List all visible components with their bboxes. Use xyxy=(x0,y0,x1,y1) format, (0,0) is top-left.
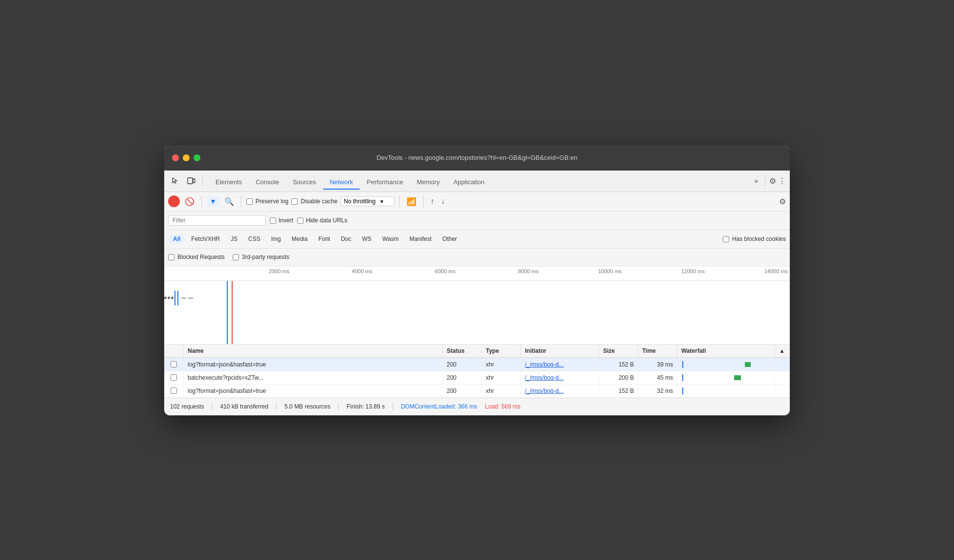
td-initiator-3[interactable]: /_/mss/boq-d... xyxy=(521,385,599,397)
td-initiator-2[interactable]: /_/mss/boq-d... xyxy=(521,371,599,384)
invert-checkbox[interactable] xyxy=(270,217,276,224)
td-time-3: 32 ms xyxy=(638,385,677,397)
table-row[interactable]: batchexecute?rpcids=xZTw... 200 xhr /_/m… xyxy=(164,371,790,385)
td-status-1: 200 xyxy=(443,358,482,371)
network-conditions-icon[interactable]: 📶 xyxy=(405,196,418,207)
type-filter-manifest[interactable]: Manifest xyxy=(405,234,436,244)
th-initiator[interactable]: Initiator xyxy=(521,345,599,357)
type-filter-wasm[interactable]: Wasm xyxy=(377,234,404,244)
row-checkbox-2[interactable] xyxy=(171,374,177,381)
status-requests: 102 requests xyxy=(170,403,204,410)
status-bar: 102 requests 410 kB transferred 5.0 MB r… xyxy=(164,398,790,415)
dot-1 xyxy=(164,297,167,299)
third-party-checkbox[interactable] xyxy=(233,254,239,260)
table-row[interactable]: log?format=json&hasfast=true 200 xhr /_/… xyxy=(164,385,790,398)
blocked-requests-label[interactable]: Blocked Requests xyxy=(168,254,225,260)
td-sort-3 xyxy=(775,385,790,397)
th-name[interactable]: Name xyxy=(184,345,443,357)
td-type-1: xhr xyxy=(482,358,521,371)
type-filter-right: Has blocked cookies xyxy=(723,236,786,242)
close-button[interactable] xyxy=(172,154,179,161)
tab-network[interactable]: Network xyxy=(323,175,360,190)
cursor-icon[interactable] xyxy=(168,175,182,187)
disable-cache-checkbox[interactable] xyxy=(291,198,298,205)
invert-label[interactable]: Invert xyxy=(270,217,293,224)
tab-performance[interactable]: Performance xyxy=(360,175,410,190)
type-filter-all[interactable]: All xyxy=(168,234,185,244)
more-options-icon[interactable]: ⋮ xyxy=(778,176,786,186)
tick-2000: 2000 ms xyxy=(208,268,291,274)
filter-button[interactable]: ▼ xyxy=(207,196,219,206)
tab-sources[interactable]: Sources xyxy=(286,175,323,190)
import-button[interactable]: ↑ xyxy=(429,196,436,207)
td-name-1[interactable]: log?format=json&hasfast=true xyxy=(184,358,443,371)
network-toolbar: 🚫 ▼ 🔍 Preserve log Disable cache No thro… xyxy=(164,192,790,212)
type-filter-bar: All Fetch/XHR JS CSS Img Media Font Doc … xyxy=(164,230,790,249)
tab-bar: Elements Console Sources Network Perform… xyxy=(209,172,491,190)
disable-cache-label[interactable]: Disable cache xyxy=(291,198,337,205)
tab-application[interactable]: Application xyxy=(447,175,492,190)
th-waterfall[interactable]: Waterfall xyxy=(677,345,775,357)
tab-memory[interactable]: Memory xyxy=(410,175,447,190)
network-settings-icon[interactable]: ⚙ xyxy=(779,197,786,206)
type-filter-fetch[interactable]: Fetch/XHR xyxy=(186,234,225,244)
preserve-log-checkbox[interactable] xyxy=(246,198,253,205)
minimize-button[interactable] xyxy=(183,154,190,161)
bar-4 xyxy=(188,298,193,299)
request-dots-group xyxy=(164,291,193,305)
type-filter-js[interactable]: JS xyxy=(226,234,242,244)
preserve-log-label[interactable]: Preserve log xyxy=(246,198,288,205)
td-checkbox-1[interactable] xyxy=(164,358,184,371)
export-button[interactable]: ↓ xyxy=(439,196,447,207)
th-size[interactable]: Size xyxy=(599,345,638,357)
th-type[interactable]: Type xyxy=(482,345,521,357)
th-time[interactable]: Time xyxy=(638,345,677,357)
row-checkbox-3[interactable] xyxy=(171,388,177,394)
td-name-3[interactable]: log?format=json&hasfast=true xyxy=(184,385,443,397)
filter-input[interactable] xyxy=(168,215,266,226)
tab-elements[interactable]: Elements xyxy=(209,175,249,190)
hide-data-urls-label[interactable]: Hide data URLs xyxy=(297,217,347,224)
throttling-select[interactable]: No throttling ▼ xyxy=(341,196,394,206)
record-button[interactable] xyxy=(168,195,180,207)
td-name-2[interactable]: batchexecute?rpcids=xZTw... xyxy=(184,371,443,384)
blocked-requests-checkbox[interactable] xyxy=(168,254,174,260)
toolbar-right: » ⚙ ⋮ xyxy=(751,175,786,187)
row-checkbox-1[interactable] xyxy=(171,361,177,367)
type-filter-ws[interactable]: WS xyxy=(357,234,376,244)
clear-button[interactable]: 🚫 xyxy=(183,196,196,207)
td-waterfall-3 xyxy=(677,385,775,397)
settings-icon[interactable]: ⚙ xyxy=(769,176,776,186)
type-filter-css[interactable]: CSS xyxy=(243,234,265,244)
th-sort[interactable]: ▲ xyxy=(775,345,790,357)
type-filter-doc[interactable]: Doc xyxy=(336,234,356,244)
net-toolbar-right: ⚙ xyxy=(779,197,786,206)
bar-3 xyxy=(181,298,186,299)
td-type-2: xhr xyxy=(482,371,521,384)
td-checkbox-3[interactable] xyxy=(164,385,184,397)
th-status[interactable]: Status xyxy=(443,345,482,357)
search-button[interactable]: 🔍 xyxy=(222,196,236,207)
status-dom-content-loaded: DOMContentLoaded: 366 ms xyxy=(401,403,477,410)
tab-console[interactable]: Console xyxy=(249,175,286,190)
device-toolbar-icon[interactable] xyxy=(184,174,198,187)
has-blocked-cookies-label[interactable]: Has blocked cookies xyxy=(723,236,786,242)
type-filter-media[interactable]: Media xyxy=(287,234,313,244)
third-party-label[interactable]: 3rd-party requests xyxy=(233,254,289,260)
has-blocked-cookies-checkbox[interactable] xyxy=(723,236,729,242)
table-header: Name Status Type Initiator Size Time Wat… xyxy=(164,345,790,358)
tick-10000: 10000 ms xyxy=(541,268,624,274)
td-checkbox-2[interactable] xyxy=(164,371,184,384)
td-initiator-1[interactable]: /_/mss/boq-d... xyxy=(521,358,599,371)
type-filter-other[interactable]: Other xyxy=(437,234,462,244)
maximize-button[interactable] xyxy=(194,154,200,161)
throttle-dropdown-icon: ▼ xyxy=(379,199,384,204)
net-sep-2 xyxy=(241,195,241,207)
status-resources: 5.0 MB resources xyxy=(284,403,330,410)
hide-data-urls-checkbox[interactable] xyxy=(297,217,304,224)
status-sep-2 xyxy=(276,403,277,410)
type-filter-img[interactable]: Img xyxy=(266,234,286,244)
more-tabs-button[interactable]: » xyxy=(751,176,761,186)
type-filter-font[interactable]: Font xyxy=(313,234,335,244)
table-row[interactable]: log?format=json&hasfast=true 200 xhr /_/… xyxy=(164,358,790,371)
